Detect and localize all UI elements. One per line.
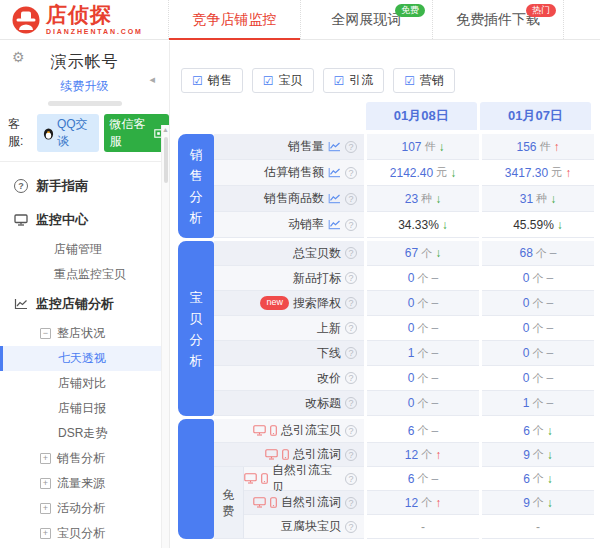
metric-row-natural-traffic-words: 自然引流词?12个↑9个↓ xyxy=(244,491,594,515)
menu-item-shop-management[interactable]: 店铺管理 xyxy=(0,237,169,262)
metric-value: 6 xyxy=(408,424,415,438)
chart-trend-icon[interactable] xyxy=(328,167,341,178)
value-cell-day1: 45.59%↓ xyxy=(482,212,594,238)
chart-trend-icon[interactable] xyxy=(328,219,341,230)
menu-item-item-analysis[interactable]: +宝贝分析 xyxy=(0,521,169,546)
metric-row-title-change: 改标题?0个–1个– xyxy=(214,391,594,416)
help-icon[interactable]: ? xyxy=(345,372,357,384)
help-icon[interactable]: ? xyxy=(345,247,357,259)
help-icon[interactable]: ? xyxy=(345,219,357,231)
trend-dash-icon: – xyxy=(547,371,554,385)
menu-item-label: 监控中心 xyxy=(36,211,88,229)
menu-item-traffic-source[interactable]: +流量来源 xyxy=(0,471,169,496)
metric-row-new-listing: 上新?0个–0个– xyxy=(214,316,594,341)
metric-label: 估算销售额 xyxy=(264,164,324,181)
help-icon[interactable]: ? xyxy=(345,497,357,509)
metric-unit: 元 xyxy=(551,165,562,180)
menu-item-monitor-shop-analysis[interactable]: 监控店铺分析 xyxy=(0,287,169,321)
tab-network-display-words[interactable]: 全网展现词免费 xyxy=(300,0,432,39)
help-icon[interactable]: ? xyxy=(345,473,357,485)
sidebar: ⚙ ◂ 演示帐号 续费升级 客服: QQ交谈 微信客服 xyxy=(0,41,170,548)
menu-item-label: 店铺对比 xyxy=(58,375,106,392)
value-cell-day0: 6个– xyxy=(367,419,479,443)
menu-item-activity-analysis[interactable]: +活动分析 xyxy=(0,496,169,521)
gear-icon[interactable]: ⚙ xyxy=(12,49,25,65)
metric-unit: 个 xyxy=(533,447,544,462)
trend-dash-icon: – xyxy=(432,371,439,385)
chart-trend-icon[interactable] xyxy=(328,193,341,204)
tab-free-plugin-download[interactable]: 免费插件下载热门 xyxy=(432,0,564,39)
metric-value: 0 xyxy=(523,371,530,385)
metric-value: 12 xyxy=(405,448,418,462)
menu-item-label: 宝贝分析 xyxy=(57,525,105,542)
value-cell-day1: 6个↓ xyxy=(482,419,594,443)
filter-item-button[interactable]: ☑宝贝 xyxy=(252,68,314,93)
help-icon[interactable]: ? xyxy=(345,347,357,359)
menu-item-whole-shop-status[interactable]: −整店状况 xyxy=(0,321,169,346)
menu-item-seven-day-view[interactable]: 七天透视 xyxy=(0,346,169,371)
trend-down-icon: ↓ xyxy=(550,192,556,206)
help-icon[interactable]: ? xyxy=(345,272,357,284)
service-label: 客服: xyxy=(8,116,32,150)
metric-label: 总引流词 xyxy=(293,446,341,463)
free-group-rows: 自然引流宝贝?6个–6个↓自然引流词?12个↑9个↓豆腐块宝贝?-- xyxy=(244,467,594,539)
qq-chat-badge[interactable]: QQ交谈 xyxy=(37,114,99,152)
filter-marketing-button[interactable]: ☑营销 xyxy=(393,68,455,93)
expand-plus-icon[interactable]: + xyxy=(40,503,51,514)
scrollbar-thumb[interactable] xyxy=(164,137,168,183)
menu-item-label: 销售分析 xyxy=(57,450,105,467)
metric-value: 3417.30 xyxy=(505,166,548,180)
menu-item-key-monitor-items[interactable]: 重点监控宝贝 xyxy=(0,262,169,287)
table-section-item-analysis: 宝贝分析总宝贝数?67个↓68个–新品打标?0个–0个–new搜索降权?0个–0… xyxy=(178,241,594,416)
filter-sales-button[interactable]: ☑销售 xyxy=(181,68,243,93)
expand-plus-icon[interactable]: + xyxy=(40,453,51,464)
menu-item-monitor-center[interactable]: 监控中心 xyxy=(0,203,169,237)
metric-row-new-product-tag: 新品打标?0个–0个– xyxy=(214,266,594,291)
checkbox-checked-icon: ☑ xyxy=(192,75,203,87)
chart-trend-icon[interactable] xyxy=(328,141,341,152)
value-cell-day1: 68个– xyxy=(482,241,594,266)
metric-row-total-traffic-words: 总引流词?12个↑9个↓ xyxy=(214,443,594,467)
trend-up-icon: ↑ xyxy=(435,448,441,462)
metric-row-offline: 下线?1个–0个– xyxy=(214,341,594,366)
menu-item-shop-daily-report[interactable]: 店铺日报 xyxy=(0,396,169,421)
collapse-minus-icon[interactable]: − xyxy=(40,328,51,339)
upgrade-link[interactable]: 续费升级 xyxy=(0,78,169,95)
section-strip-sales-analysis: 销售分析 xyxy=(178,134,214,238)
metric-label: 自然引流词 xyxy=(281,494,341,511)
menu-item-dsr-trend[interactable]: DSR走势 xyxy=(0,421,169,446)
help-icon[interactable]: ? xyxy=(345,425,357,437)
scroll-up-arrow-icon[interactable]: ▲ xyxy=(162,125,169,135)
trend-down-icon: ↓ xyxy=(557,218,563,232)
expand-plus-icon[interactable]: + xyxy=(40,528,51,539)
tab-competitor-shop-monitoring[interactable]: 竞争店铺监控 xyxy=(168,0,300,39)
help-icon[interactable]: ? xyxy=(345,521,357,533)
help-icon[interactable]: ? xyxy=(345,167,357,179)
filter-label: 引流 xyxy=(349,72,373,89)
qq-chat-label: QQ交谈 xyxy=(57,116,93,150)
help-icon[interactable]: ? xyxy=(345,141,357,153)
metric-unit: 元 xyxy=(436,165,447,180)
metric-unit: 个 xyxy=(533,271,544,286)
expand-plus-icon[interactable]: + xyxy=(40,478,51,489)
value-cell-day0: 107件↓ xyxy=(367,134,479,160)
wechat-service-badge[interactable]: 微信客服 xyxy=(104,114,169,152)
help-icon[interactable]: ? xyxy=(345,297,357,309)
collapse-sidebar-icon[interactable]: ◂ xyxy=(149,73,155,86)
menu-item-sales-analysis[interactable]: +销售分析 xyxy=(0,446,169,471)
help-icon[interactable]: ? xyxy=(345,193,357,205)
trend-dash-icon: – xyxy=(547,296,554,310)
sidebar-scrollbar[interactable]: ▲ xyxy=(161,125,169,548)
menu-item-shop-compare[interactable]: 店铺对比 xyxy=(0,371,169,396)
metric-label: 销售商品数 xyxy=(264,190,324,207)
help-icon[interactable]: ? xyxy=(345,322,357,334)
filter-traffic-button[interactable]: ☑引流 xyxy=(323,68,385,93)
metric-label: 上新 xyxy=(317,320,341,337)
trend-down-icon: ↓ xyxy=(435,246,441,260)
help-icon[interactable]: ? xyxy=(345,449,357,461)
trend-down-icon: ↓ xyxy=(547,496,553,510)
trend-up-icon: ↑ xyxy=(565,166,571,180)
tab-badge-free: 免费 xyxy=(395,4,425,17)
menu-item-beginner-guide[interactable]: ?新手指南 xyxy=(0,169,169,203)
help-icon[interactable]: ? xyxy=(345,397,357,409)
